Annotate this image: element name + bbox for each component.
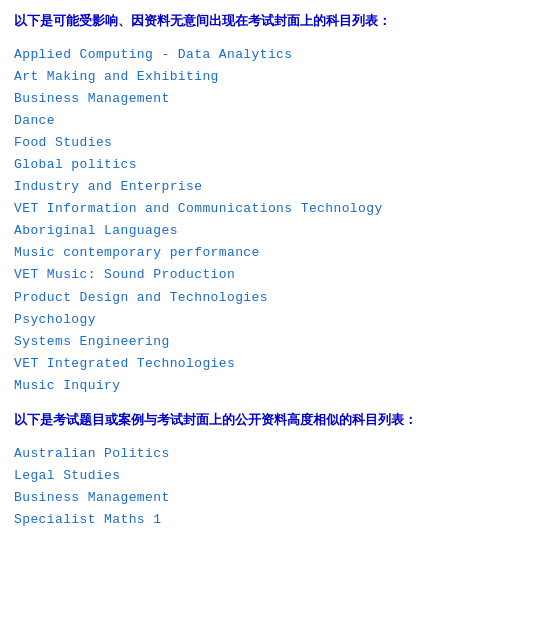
section2-subject-list: Australian PoliticsLegal StudiesBusiness… (14, 443, 527, 531)
list-item: Product Design and Technologies (14, 287, 527, 309)
list-item: Systems Engineering (14, 331, 527, 353)
list-item: Music Inquiry (14, 375, 527, 397)
list-item: Legal Studies (14, 465, 527, 487)
section2-heading: 以下是考试题目或案例与考试封面上的公开资料高度相似的科目列表： (14, 411, 527, 431)
section1-heading: 以下是可能受影响、因资料无意间出现在考试封面上的科目列表： (14, 12, 527, 32)
list-item: Psychology (14, 309, 527, 331)
list-item: Aboriginal Languages (14, 220, 527, 242)
list-item: Australian Politics (14, 443, 527, 465)
list-item: Industry and Enterprise (14, 176, 527, 198)
list-item: Dance (14, 110, 527, 132)
list-item: Specialist Maths 1 (14, 509, 527, 531)
list-item: VET Music: Sound Production (14, 264, 527, 286)
list-item: VET Integrated Technologies (14, 353, 527, 375)
list-item: Business Management (14, 88, 527, 110)
list-item: Applied Computing - Data Analytics (14, 44, 527, 66)
list-item: Music contemporary performance (14, 242, 527, 264)
list-item: VET Information and Communications Techn… (14, 198, 527, 220)
list-item: Art Making and Exhibiting (14, 66, 527, 88)
list-item: Business Management (14, 487, 527, 509)
list-item: Global politics (14, 154, 527, 176)
list-item: Food Studies (14, 132, 527, 154)
section1-subject-list: Applied Computing - Data AnalyticsArt Ma… (14, 44, 527, 398)
